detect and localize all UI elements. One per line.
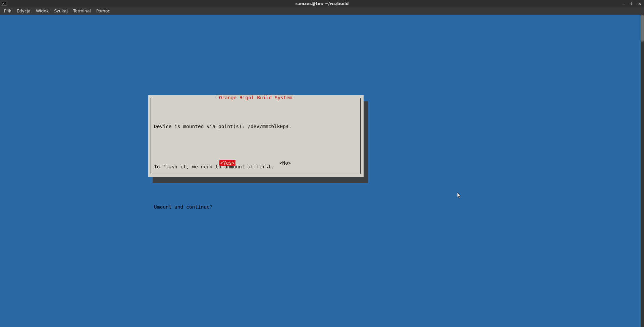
menu-widok[interactable]: Widok	[33, 7, 51, 15]
minimize-button[interactable]: –	[621, 1, 626, 6]
menu-edycja[interactable]: Edycja	[14, 7, 33, 15]
dialog-line: Device is mounted via point(s): /dev/mmc…	[154, 123, 357, 130]
window-controls: – + ×	[621, 1, 642, 6]
terminal-icon: >_	[1, 1, 7, 6]
yes-button[interactable]: <Yes>	[219, 160, 235, 166]
window-title: ramzes@tm: ~/ws/build	[296, 1, 349, 6]
menu-plik[interactable]: Plik	[1, 7, 14, 15]
dialog-body: Device is mounted via point(s): /dev/mmc…	[154, 110, 357, 224]
dialog-buttons: <Yes> <No>	[151, 160, 360, 166]
terminal-area[interactable]: Orange Rigol Build System Device is moun…	[0, 15, 644, 327]
dialog-border: Orange Rigol Build System Device is moun…	[151, 98, 361, 174]
dialog-line: Umount and continue?	[154, 204, 357, 210]
no-button[interactable]: <No>	[279, 160, 292, 166]
menu-szukaj[interactable]: Szukaj	[51, 7, 70, 15]
dialog-line	[154, 183, 357, 190]
dialog: Orange Rigol Build System Device is moun…	[148, 95, 364, 177]
scrollbar-track[interactable]	[641, 15, 644, 327]
dialog-line	[154, 143, 357, 150]
menu-terminal[interactable]: Terminal	[70, 7, 94, 15]
cursor-icon	[457, 193, 461, 199]
scrollbar-thumb[interactable]	[641, 15, 644, 42]
menu-pomoc[interactable]: Pomoc	[94, 7, 113, 15]
titlebar: >_ ramzes@tm: ~/ws/build – + ×	[0, 0, 644, 7]
dialog-title: Orange Rigol Build System	[217, 95, 294, 100]
svg-text:>_: >_	[2, 2, 6, 5]
menubar: Plik Edycja Widok Szukaj Terminal Pomoc	[0, 7, 644, 15]
close-button[interactable]: ×	[637, 1, 642, 6]
maximize-button[interactable]: +	[629, 1, 634, 6]
